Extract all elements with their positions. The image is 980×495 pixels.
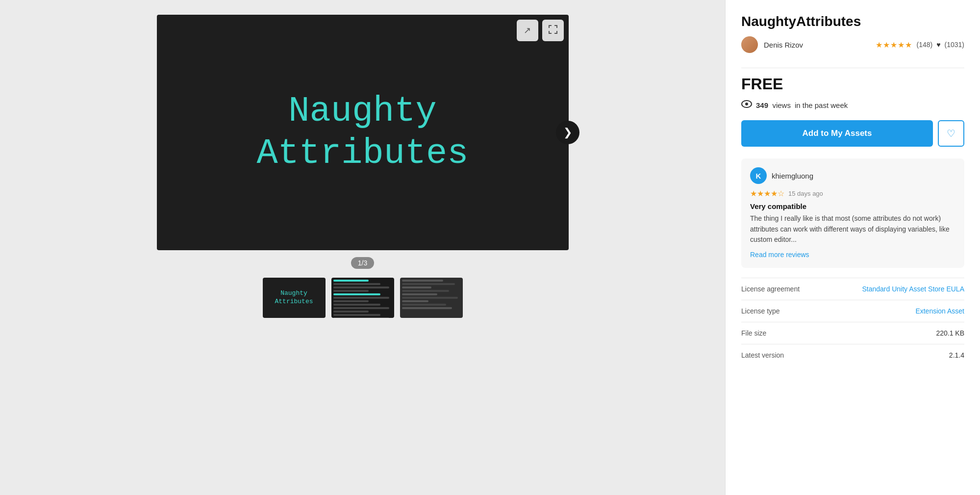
reviewer-row: K khiemgluong [750,167,955,184]
wishlist-button[interactable]: ♡ [938,120,964,147]
add-to-assets-button[interactable]: Add to My Assets [741,120,933,147]
thumbnail-3[interactable] [400,278,463,318]
file-size-row: File size 220.1 KB [741,322,964,344]
review-body: The thing I really like is that most (so… [750,213,955,245]
right-panel: NaughtyAttributes Denis Rizov ★★★★★ (148… [725,0,980,495]
info-table: License agreement Standard Unity Asset S… [741,278,964,366]
fullscreen-button[interactable] [542,20,564,41]
main-image: Naughty Attributes [157,15,569,250]
thumbnail-1[interactable]: Naughty Attributes [263,278,326,318]
action-buttons: Add to My Assets ♡ [741,120,964,147]
license-type-label: License type [741,300,853,322]
thumbnails: Naughty Attributes [263,278,463,318]
file-size-value: 220.1 KB [853,322,965,344]
reviewer-avatar: K [750,167,767,184]
author-row: Denis Rizov ★★★★★ (148) ♥ (1031) [741,36,964,53]
version-value: 2.1.4 [853,344,965,366]
page-indicator: 1/3 [351,257,374,269]
version-row: Latest version 2.1.4 [741,344,964,366]
avatar-image [741,36,758,53]
license-type-value[interactable]: Extension Asset [853,300,965,322]
license-value[interactable]: Standard Unity Asset Store EULA [853,278,965,300]
next-image-button[interactable]: ❯ [556,121,579,144]
views-row: 349 views in the past week [741,100,964,110]
review-stars: ★★★★☆ [750,189,784,198]
heart-count: (1031) [945,41,965,49]
share-button[interactable]: ↗ [517,20,538,41]
wishlist-heart-icon: ♡ [947,128,955,139]
rating-section: ★★★★★ (148) ♥ (1031) [876,40,964,50]
version-label: Latest version [741,344,853,366]
eye-icon [741,100,752,110]
top-icons: ↗ [517,20,564,41]
thumbnail-2-content [331,278,394,318]
divider-1 [741,68,964,68]
license-type-row: License type Extension Asset [741,300,964,322]
asset-title: NaughtyAttributes [741,14,964,29]
heart-icon: ♥ [936,41,940,49]
views-count: 349 views [756,101,791,109]
views-suffix: in the past week [795,101,848,109]
arrow-right-icon: ❯ [563,126,572,139]
review-section: K khiemgluong ★★★★☆ 15 days ago Very com… [741,158,964,268]
thumbnail-3-content [400,278,463,318]
svg-point-1 [745,103,748,105]
review-title: Very compatible [750,202,955,210]
rating-count: (148) [916,41,932,49]
main-image-container: ↗ Naughty Attributes ❯ [157,15,569,250]
share-icon: ↗ [524,25,531,36]
author-avatar [741,36,758,53]
license-row: License agreement Standard Unity Asset S… [741,278,964,300]
fullscreen-icon [549,25,557,36]
review-time: 15 days ago [788,190,823,197]
read-more-link[interactable]: Read more reviews [750,251,809,259]
asset-price: FREE [741,75,964,93]
review-stars-row: ★★★★☆ 15 days ago [750,189,955,198]
star-rating: ★★★★★ [876,40,912,50]
reviewer-name: khiemgluong [772,172,813,180]
thumbnail-2[interactable] [331,278,394,318]
main-image-text: Naughty Attributes [256,90,468,175]
author-name: Denis Rizov [764,41,803,49]
license-label: License agreement [741,278,853,300]
thumbnail-1-text: Naughty Attributes [275,289,313,306]
file-size-label: File size [741,322,853,344]
left-panel: ↗ Naughty Attributes ❯ 1/3 [0,0,725,495]
